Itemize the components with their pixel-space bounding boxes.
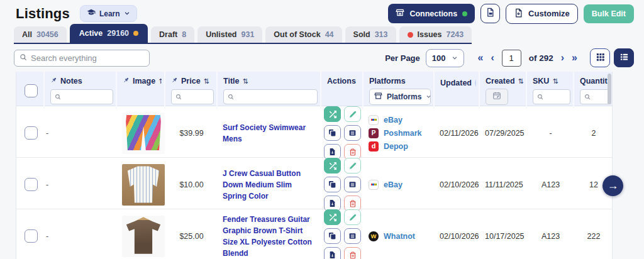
duplicate-button[interactable] [324, 177, 341, 192]
tab-all[interactable]: All 30456 [14, 26, 67, 43]
tab-active[interactable]: Active 29160 [70, 24, 148, 43]
image-header-label[interactable]: Image [133, 77, 155, 85]
edit-button[interactable] [344, 106, 361, 122]
bulk-edit-label: Bulk Edit [592, 9, 626, 18]
table-row: - $25.00 Fender Treasures Guitar Graphic… [16, 209, 612, 259]
csv-export-button[interactable] [480, 4, 500, 23]
duplicate-button[interactable] [324, 228, 341, 244]
crosslist-button[interactable] [324, 209, 341, 225]
title-filter-input[interactable] [236, 92, 313, 101]
platforms-filter-select[interactable]: Platforms [369, 89, 431, 105]
price-cell: $39.99 [165, 129, 218, 138]
sort-icon[interactable]: ⇅ [204, 77, 209, 85]
details-button[interactable] [344, 125, 361, 141]
tab-draft[interactable]: Draft 8 [151, 26, 194, 43]
edit-button[interactable] [344, 209, 361, 225]
sort-icon[interactable]: ⇅ [158, 77, 162, 85]
delete-button[interactable] [344, 247, 361, 259]
platforms-cell: w Whatnot [364, 231, 435, 241]
created-cell: 10/17/2025 [480, 232, 527, 241]
next-page-button[interactable]: › [561, 53, 564, 63]
platform-link-whatnot[interactable]: w Whatnot [369, 231, 430, 241]
platform-link-ebay[interactable]: eBay [369, 180, 430, 190]
sort-icon[interactable]: ⇅ [242, 77, 248, 85]
created-header-label[interactable]: Created [486, 77, 515, 85]
table-row: - $10.00 J Crew Casual Button Down Mediu… [16, 158, 612, 209]
bulk-edit-button[interactable]: Bulk Edit [584, 4, 634, 23]
csv-file-icon [486, 8, 495, 19]
product-image[interactable] [122, 164, 165, 206]
header-sku: SKU ⇅ [527, 72, 574, 109]
scroll-right-button[interactable]: → [602, 175, 623, 196]
platform-link-poshmark[interactable]: P Poshmark [369, 128, 430, 138]
platform-link-depop[interactable]: d Depop [369, 141, 430, 152]
learn-label: Learn [99, 9, 120, 18]
notes-header-label[interactable]: Notes [60, 77, 82, 85]
prev-page-button[interactable]: ‹ [491, 53, 494, 63]
title-filter[interactable] [223, 89, 318, 104]
listing-title-link[interactable]: Fender Treasures Guitar Graphic Brown T-… [223, 215, 312, 258]
quantity-filter-input[interactable] [593, 92, 606, 101]
listing-title-link[interactable]: J Crew Casual Button Down Medium Slim Sp… [223, 169, 301, 201]
per-page-select[interactable]: 100 [426, 49, 464, 67]
tab-unlisted[interactable]: Unlisted 931 [197, 26, 262, 43]
product-image[interactable] [122, 113, 165, 154]
row-checkbox[interactable] [25, 178, 38, 191]
tab-active-count: 29160 [107, 29, 129, 38]
pin-icon[interactable] [123, 77, 130, 85]
sort-icon[interactable]: ⇅ [552, 77, 558, 85]
list-view-button[interactable] [614, 48, 634, 67]
quantity-header-label[interactable]: Quantity [580, 77, 611, 85]
price-filter-input[interactable] [184, 92, 209, 101]
quantity-cell: 2 [574, 129, 613, 138]
first-page-button[interactable]: « [478, 53, 484, 63]
edit-button[interactable] [344, 158, 361, 174]
pin-icon[interactable] [50, 77, 57, 85]
row-checkbox[interactable] [25, 229, 38, 243]
tab-issues[interactable]: Issues 7243 [399, 26, 472, 43]
product-image[interactable] [122, 216, 165, 257]
updated-header-label[interactable]: Updated [440, 79, 472, 87]
total-pages-label: of 292 [529, 53, 553, 63]
ebay-icon [369, 180, 379, 190]
tab-out-of-stock[interactable]: Out of Stock 44 [265, 26, 341, 43]
sku-filter-input[interactable] [546, 92, 566, 101]
image-cell [117, 216, 165, 257]
learn-button[interactable]: Learn [80, 5, 137, 22]
updated-cell: 02/10/2026 [435, 232, 480, 241]
export-button[interactable] [324, 247, 341, 259]
row-checkbox[interactable] [25, 126, 38, 140]
sort-descending-icon[interactable]: ↓ [475, 77, 476, 89]
last-page-button[interactable]: » [572, 53, 577, 63]
customize-button[interactable]: Customize [506, 4, 578, 24]
sku-filter[interactable] [533, 89, 570, 104]
tab-out-of-stock-count: 44 [325, 30, 334, 39]
title-header-label[interactable]: Title [223, 77, 239, 85]
price-header-label[interactable]: Price [181, 77, 201, 85]
sku-header-label[interactable]: SKU [533, 77, 549, 85]
listing-title-link[interactable]: Surf Society Swimwear Mens [223, 123, 306, 143]
crosslist-button[interactable] [324, 106, 341, 122]
created-date-filter-button[interactable] [486, 89, 508, 105]
platform-link-ebay[interactable]: eBay [369, 115, 430, 125]
pin-icon[interactable] [171, 77, 178, 85]
details-button[interactable] [344, 228, 361, 244]
quantity-filter[interactable] [580, 89, 611, 104]
page-number-input[interactable] [502, 50, 521, 67]
crosslist-button[interactable] [324, 158, 341, 174]
tab-sold[interactable]: Sold 313 [345, 26, 396, 43]
vertical-scrollbar[interactable] [608, 74, 611, 104]
sort-icon[interactable]: ⇅ [518, 77, 523, 85]
details-button[interactable] [344, 177, 361, 192]
price-filter[interactable] [171, 89, 214, 104]
grid-view-button[interactable] [590, 48, 610, 67]
notes-filter-input[interactable] [64, 92, 109, 101]
header-title: Title ⇅ [218, 72, 321, 109]
select-all-checkbox[interactable] [25, 84, 38, 97]
notes-filter[interactable] [50, 89, 113, 104]
duplicate-button[interactable] [324, 125, 341, 141]
created-cell: 11/11/2025 [480, 180, 527, 189]
global-search[interactable] [14, 50, 150, 67]
connections-button[interactable]: Connections [388, 4, 475, 23]
search-input[interactable] [31, 53, 144, 63]
